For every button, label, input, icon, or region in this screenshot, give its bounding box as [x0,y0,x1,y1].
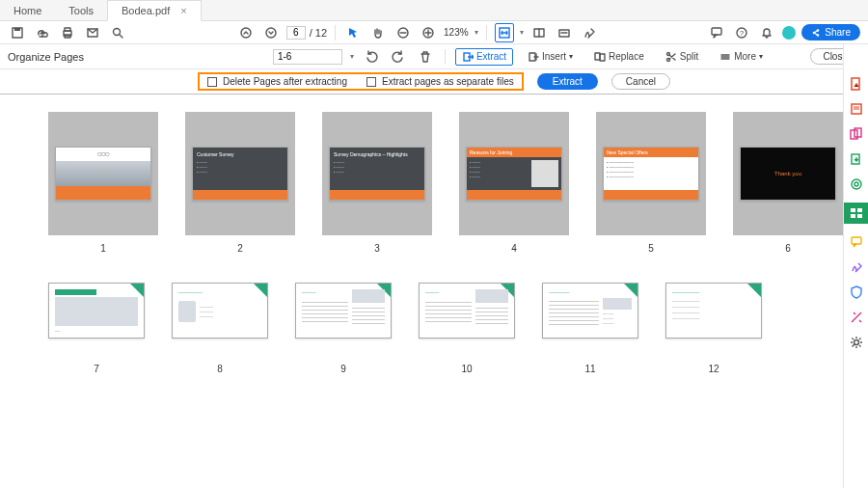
chat-icon[interactable] [707,23,726,42]
thumb-col: Thank you6 [733,112,843,254]
delete-after-checkbox[interactable]: Delete Pages after extracting [207,76,347,87]
sign-icon[interactable] [580,23,599,42]
thumb-col: New Special Offers• ─────────• ─────────… [596,112,706,254]
svg-rect-33 [851,208,855,212]
fill-sign-icon[interactable] [850,260,863,274]
read-mode-icon[interactable] [529,23,549,42]
close-icon[interactable]: × [180,5,186,16]
page-down-icon[interactable] [261,23,281,42]
tools-row: Organize Pages ▾ Extract Insert ▾ Replac… [0,44,868,69]
tab-file[interactable]: Bodea.pdf × [107,0,202,21]
extract-button[interactable]: Extract [537,73,598,90]
bell-icon[interactable] [757,23,776,42]
more-tool[interactable]: More ▾ [713,48,770,66]
page-up-icon[interactable] [236,23,256,42]
page-thumbnail[interactable]: Reasons for Joining• ───• ───• ───• ─── [459,112,569,235]
print-icon[interactable] [58,23,77,42]
page-thumbnail[interactable]: ◯◯◯ [48,112,158,235]
insert-tool[interactable]: Insert ▾ [521,48,580,66]
checkbox-icon [366,77,376,87]
thumb-col: ────────────────────────────────────────… [665,283,762,374]
separator [486,25,487,41]
opt1-label: Delete Pages after extracting [223,76,347,87]
tab-home[interactable]: Home [0,1,55,20]
trash-icon[interactable] [416,47,435,67]
svg-rect-14 [712,28,721,35]
svg-rect-36 [857,214,862,218]
page-number-input[interactable] [286,26,306,40]
tab-file-label: Bodea.pdf [122,5,170,16]
create-pdf-icon[interactable] [850,77,863,91]
page-thumbnail[interactable]: ──── [419,283,515,339]
share-button[interactable]: Share [801,24,860,41]
split-tool[interactable]: Split [659,48,705,66]
thumb-col: ◯◯◯1 [48,112,158,254]
page-thumbnail[interactable]: ──── [295,283,392,339]
page-thumbnail[interactable]: Survey Demographics – Highlights• ───• ─… [322,112,432,235]
svg-point-31 [852,179,861,189]
range-dropdown-icon[interactable]: ▾ [350,52,354,61]
search-icon[interactable] [108,23,127,42]
extract-options-bar: Delete Pages after extracting Extract pa… [0,69,868,95]
cancel-button[interactable]: Cancel [611,73,670,90]
hand-icon[interactable] [368,23,388,42]
zoom-in-icon[interactable] [419,23,438,42]
separate-files-checkbox[interactable]: Extract pages as separate files [366,76,514,87]
page-thumbnail[interactable]: ────────────────────────────────────────… [665,283,762,339]
avatar[interactable] [782,26,796,40]
help-icon[interactable]: ? [732,23,751,42]
rotate-ccw-icon[interactable] [362,47,381,67]
export-icon[interactable] [850,152,863,166]
svg-rect-26 [852,78,859,90]
thumb-number: 1 [100,243,106,254]
zoom-out-icon[interactable] [393,23,413,42]
protect-icon[interactable] [850,285,863,299]
page-thumbnail[interactable]: Thank you [733,112,843,235]
pointer-icon[interactable] [343,23,363,42]
thumb-number: 10 [461,364,472,374]
optimize-icon[interactable] [850,177,863,191]
save-icon[interactable] [8,23,27,42]
edit-pdf-icon[interactable] [850,102,863,116]
opt2-label: Extract pages as separate files [382,76,514,87]
more-tools-icon[interactable] [850,336,863,349]
tab-tools[interactable]: Tools [55,1,107,20]
redact-icon[interactable] [850,311,863,324]
separator [335,25,336,41]
svg-rect-22 [595,53,600,60]
checkbox-icon [207,77,217,87]
page-range-input[interactable] [273,49,342,65]
thumb-number: 9 [340,364,346,374]
mail-icon[interactable] [83,23,102,42]
split-label: Split [680,51,698,62]
thumb-number: 12 [708,364,719,374]
tab-bar: Home Tools Bodea.pdf × [0,0,868,21]
cloud-upload-icon[interactable] [33,23,52,42]
page-indicator: / 12 [286,26,327,40]
thumb-number: 4 [511,243,517,254]
combine-icon[interactable] [850,127,863,141]
rotate-cw-icon[interactable] [389,47,408,67]
page-thumbnail[interactable]: ── [48,283,145,339]
options-highlight: Delete Pages after extracting Extract pa… [198,72,524,91]
replace-tool[interactable]: Replace [587,48,651,66]
svg-point-6 [114,28,121,35]
extract-tool[interactable]: Extract [455,48,513,66]
extract-label: Extract [476,51,506,62]
page-thumbnail[interactable]: ────────────────── [542,283,638,339]
page-total: / 12 [310,27,327,39]
fit-dropdown-icon[interactable]: ▾ [520,28,524,37]
thumb-col: Survey Demographics – Highlights• ───• ─… [322,112,432,254]
comment-icon[interactable] [850,235,863,249]
svg-rect-37 [852,237,861,244]
page-thumbnail[interactable]: ────────────────────── [172,283,268,339]
organize-pages-icon[interactable] [844,203,869,224]
annotate-icon[interactable] [555,23,574,42]
thumb-number: 6 [785,243,791,254]
zoom-dropdown-icon[interactable]: ▾ [475,28,478,37]
page-thumbnail[interactable]: Customer Survey• ───• ───• ─── [185,112,295,235]
share-label: Share [825,27,851,38]
fit-width-icon[interactable] [495,23,514,42]
svg-point-7 [241,28,251,38]
page-thumbnail[interactable]: New Special Offers• ─────────• ─────────… [596,112,706,235]
